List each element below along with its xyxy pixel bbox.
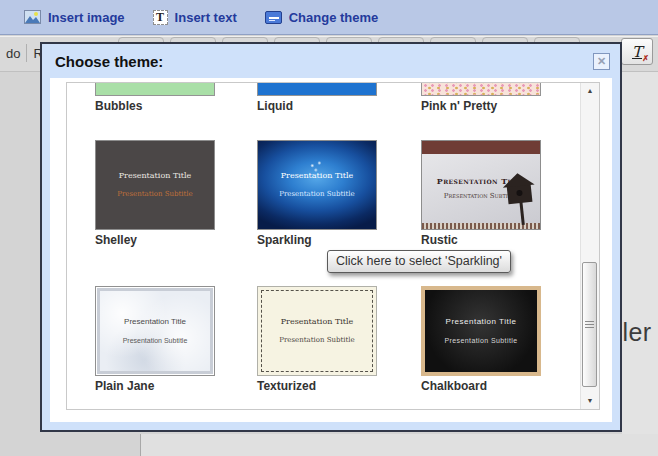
remove-formatting-button[interactable]: T ✗	[621, 38, 653, 65]
theme-thumb-pink-n-pretty[interactable]	[421, 83, 541, 96]
scroll-up-icon[interactable]: ▲	[581, 83, 599, 99]
theme-label-plain-jane: Plain Jane	[95, 379, 215, 393]
theme-thumb-texturized[interactable]: Presentation Title Presentation Subtitle	[257, 286, 377, 376]
theme-thumb-shelley[interactable]: Presentation Title Presentation Subtitle	[95, 140, 215, 230]
remove-formatting-icon: T	[632, 43, 642, 61]
scrollbar-thumb[interactable]	[582, 262, 597, 387]
thumb-title: Presentation Title	[281, 317, 354, 327]
theme-label-bubbles: Bubbles	[95, 99, 215, 113]
thumb-title: Presentation Title	[119, 171, 192, 181]
dialog-header: Choose theme: ✕	[42, 44, 620, 78]
canvas-bottom	[140, 434, 658, 456]
theme-thumb-bubbles[interactable]	[95, 83, 215, 96]
theme-label-rustic: Rustic	[421, 233, 541, 247]
insert-image-button[interactable]: Insert image	[24, 10, 125, 25]
thumb-subtitle: Presentation Subtitle	[279, 190, 354, 199]
scroll-down-icon[interactable]: ▼	[581, 393, 599, 409]
theme-thumb-sparkling[interactable]: Presentation Title Presentation Subtitle	[257, 140, 377, 230]
theme-thumb-rustic[interactable]: Presentation Title Presentation Subtitle	[421, 140, 541, 230]
theme-label-shelley: Shelley	[95, 233, 215, 247]
change-theme-button[interactable]: Change theme	[265, 10, 379, 25]
change-theme-label: Change theme	[289, 10, 379, 25]
vertical-scrollbar[interactable]: ▲ ▼	[580, 83, 599, 409]
theme-thumb-plain-jane[interactable]: Presentation Title Presentation Subtitle	[95, 286, 215, 376]
insert-text-label: Insert text	[175, 10, 237, 25]
birdhouse-icon	[502, 171, 538, 225]
theme-label-liquid: Liquid	[257, 99, 377, 113]
theme-slide-icon	[265, 11, 282, 24]
thumb-subtitle: Presentation Subtitle	[123, 336, 188, 345]
undo-button[interactable]: do	[0, 46, 26, 61]
scrollbar-grip	[585, 321, 594, 330]
thumb-subtitle: Presentation Subtitle	[117, 190, 192, 199]
red-x-icon: ✗	[642, 54, 649, 63]
thumb-title: Presentation Title	[124, 317, 186, 327]
texturized-inner-frame: Presentation Title Presentation Subtitle	[261, 290, 373, 372]
choose-theme-dialog: Choose theme: ✕ Bubbles Liquid Pink n' P…	[40, 42, 622, 432]
theme-thumb-chalkboard[interactable]: Presentation Title Presentation Subtitle	[421, 286, 541, 376]
theme-label-sparkling: Sparkling	[257, 233, 377, 247]
thumb-title: Presentation Title	[281, 171, 354, 181]
close-icon[interactable]: ✕	[593, 53, 610, 70]
theme-label-texturized: Texturized	[257, 379, 377, 393]
theme-scroll-viewport: Bubbles Liquid Pink n' Pretty Presentati…	[66, 82, 600, 410]
theme-grid: Bubbles Liquid Pink n' Pretty Presentati…	[67, 83, 580, 409]
sparkling-tooltip: Click here to select 'Sparkling'	[327, 250, 511, 273]
theme-label-pink-n-pretty: Pink n' Pretty	[421, 99, 541, 113]
thumb-subtitle: Presentation Subtitle	[445, 336, 518, 345]
theme-label-chalkboard: Chalkboard	[421, 379, 541, 393]
insert-text-button[interactable]: T Insert text	[153, 10, 237, 25]
text-icon: T	[153, 10, 168, 25]
thumb-subtitle: Presentation Subtitle	[279, 336, 354, 345]
canvas-background	[622, 72, 658, 456]
thumb-title: Presentation Title	[446, 317, 517, 327]
theme-thumb-liquid[interactable]	[257, 83, 377, 96]
dialog-title: Choose theme:	[55, 53, 163, 70]
image-icon	[24, 10, 41, 24]
insert-image-label: Insert image	[48, 10, 125, 25]
rustic-header-bar	[422, 141, 540, 154]
insert-toolbar: Insert image T Insert text Change theme	[0, 0, 658, 35]
